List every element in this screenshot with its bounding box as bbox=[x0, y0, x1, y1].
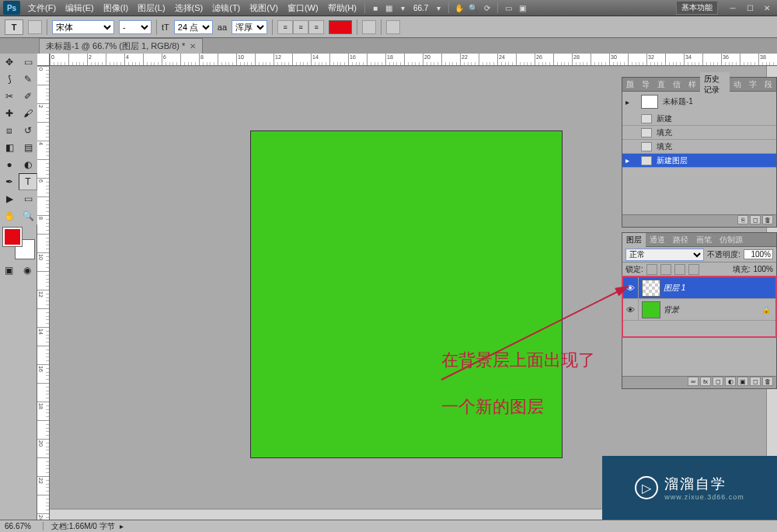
layer-thumb[interactable] bbox=[642, 280, 660, 297]
panel-tab-history[interactable]: 历史记录 bbox=[700, 72, 730, 97]
dodge-tool[interactable]: ◐ bbox=[19, 156, 37, 173]
menu-view[interactable]: 视图(V) bbox=[245, 2, 283, 14]
eraser-tool[interactable]: ◧ bbox=[0, 139, 19, 156]
lock-position-button[interactable] bbox=[674, 264, 685, 275]
marquee-tool[interactable]: ▭ bbox=[19, 54, 37, 71]
layer-name[interactable]: 图层 1 bbox=[664, 283, 775, 294]
panel-tab-paths[interactable]: 路径 bbox=[669, 233, 692, 247]
layer-name[interactable]: 背景 bbox=[664, 304, 761, 315]
new-layer-button[interactable]: ◻ bbox=[750, 377, 761, 386]
create-document-button[interactable]: ⎘ bbox=[737, 215, 748, 224]
new-snapshot-button[interactable]: ◻ bbox=[750, 215, 761, 224]
stamp-tool[interactable]: ⧇ bbox=[0, 122, 19, 139]
align-center-button[interactable]: ≡ bbox=[293, 20, 308, 34]
layer-row[interactable]: 👁 背景 🔒 bbox=[623, 299, 775, 321]
history-snapshot[interactable]: ▸ 未标题-1 bbox=[622, 92, 776, 112]
delete-layer-button[interactable]: 🗑 bbox=[762, 377, 773, 386]
adjustment-layer-button[interactable]: ◐ bbox=[725, 377, 736, 386]
launch-bridge-icon[interactable]: ■ bbox=[368, 2, 382, 13]
panel-tab-layers[interactable]: 图层 bbox=[622, 233, 646, 247]
delete-state-button[interactable]: 🗑 bbox=[762, 215, 773, 224]
panel-tab[interactable]: 段 bbox=[761, 78, 776, 92]
shape-tool[interactable]: ▭ bbox=[19, 190, 37, 207]
panel-tab[interactable]: 信 bbox=[669, 78, 685, 92]
tab-close-icon[interactable]: ✕ bbox=[190, 42, 196, 50]
dropdown-icon[interactable]: ▾ bbox=[396, 2, 410, 13]
menu-help[interactable]: 帮助(H) bbox=[323, 2, 361, 14]
hand-icon[interactable]: ✋ bbox=[452, 2, 466, 13]
layer-thumb[interactable] bbox=[642, 301, 660, 318]
pen-tool[interactable]: ✒ bbox=[0, 173, 19, 190]
screen-mode-icon[interactable]: ▣ bbox=[515, 2, 529, 13]
font-style-select[interactable]: - bbox=[119, 20, 152, 34]
new-group-button[interactable]: ▣ bbox=[737, 377, 748, 386]
panel-tab[interactable]: 颜 bbox=[622, 78, 638, 92]
blur-tool[interactable]: ● bbox=[0, 156, 19, 173]
character-panel-button[interactable] bbox=[386, 20, 400, 34]
panel-tab[interactable]: 样 bbox=[685, 78, 700, 92]
panel-tab[interactable]: 字 bbox=[745, 78, 761, 92]
menu-edit[interactable]: 编辑(E) bbox=[61, 2, 99, 14]
quickmask-mode-button[interactable]: ◉ bbox=[19, 262, 37, 279]
lock-pixels-button[interactable] bbox=[660, 264, 671, 275]
eyedropper-tool[interactable]: ✐ bbox=[19, 88, 37, 105]
chevron-right-icon[interactable]: ▸ bbox=[120, 522, 124, 530]
quick-select-tool[interactable]: ✎ bbox=[19, 71, 37, 88]
hand-tool[interactable]: ✋ bbox=[0, 207, 19, 224]
lasso-tool[interactable]: ⟆ bbox=[0, 71, 19, 88]
path-select-tool[interactable]: ▶ bbox=[0, 190, 19, 207]
history-step[interactable]: 填充 bbox=[622, 140, 776, 154]
add-mask-button[interactable]: ◻ bbox=[713, 377, 723, 386]
status-zoom[interactable]: 66.67% bbox=[0, 522, 44, 530]
workspace-selector[interactable]: 基本功能 bbox=[676, 1, 718, 15]
panel-tab-channels[interactable]: 通道 bbox=[646, 233, 669, 247]
document-tab[interactable]: 未标题-1 @ 66.7% (图层 1, RGB/8) * ✕ bbox=[39, 38, 203, 54]
gradient-tool[interactable]: ▤ bbox=[19, 139, 37, 156]
history-step[interactable]: 新建 bbox=[622, 112, 776, 126]
panel-tab-brushes[interactable]: 画笔 bbox=[692, 233, 716, 247]
current-tool-icon[interactable]: T bbox=[5, 19, 23, 35]
menu-file[interactable]: 文件(F) bbox=[23, 2, 61, 14]
maximize-icon[interactable]: ☐ bbox=[743, 2, 757, 13]
menu-window[interactable]: 窗口(W) bbox=[283, 2, 323, 14]
zoom-tool[interactable]: 🔍 bbox=[19, 207, 37, 224]
ruler-origin[interactable] bbox=[37, 54, 50, 66]
healing-tool[interactable]: ✚ bbox=[0, 105, 19, 122]
opacity-value[interactable]: 100% bbox=[744, 249, 773, 259]
history-brush-tool[interactable]: ↺ bbox=[19, 122, 37, 139]
warp-text-button[interactable] bbox=[362, 20, 376, 34]
lock-transparency-button[interactable] bbox=[646, 264, 657, 275]
minimize-icon[interactable]: ─ bbox=[726, 2, 740, 13]
align-left-button[interactable]: ≡ bbox=[277, 20, 293, 34]
panel-tab-clone[interactable]: 仿制源 bbox=[716, 233, 747, 247]
view-extras-icon[interactable]: ▦ bbox=[382, 2, 396, 13]
history-step[interactable]: ▸ 新建图层 bbox=[622, 154, 776, 168]
rotate-icon[interactable]: ⟳ bbox=[480, 2, 494, 13]
align-right-button[interactable]: ≡ bbox=[308, 20, 324, 34]
panel-tab[interactable]: 导 bbox=[638, 78, 653, 92]
menu-filter[interactable]: 滤镜(T) bbox=[207, 2, 245, 14]
fill-value[interactable]: 100% bbox=[753, 265, 773, 273]
brush-tool[interactable]: 🖌 bbox=[19, 105, 37, 122]
layer-row[interactable]: 👁 图层 1 bbox=[623, 277, 775, 299]
antialias-select[interactable]: 浑厚 bbox=[232, 20, 267, 34]
dropdown-icon[interactable]: ▾ bbox=[431, 2, 445, 13]
layer-style-button[interactable]: fx bbox=[700, 377, 711, 386]
arrange-icon[interactable]: ▭ bbox=[501, 2, 515, 13]
panel-tab[interactable]: 动 bbox=[730, 78, 745, 92]
text-color-swatch[interactable] bbox=[329, 20, 352, 34]
move-tool[interactable]: ✥ bbox=[0, 54, 19, 71]
panel-tab[interactable]: 直 bbox=[653, 78, 669, 92]
close-icon[interactable]: ✕ bbox=[760, 2, 774, 13]
menu-layer[interactable]: 图层(L) bbox=[133, 2, 169, 14]
foreground-color-swatch[interactable] bbox=[3, 228, 22, 246]
standard-mode-button[interactable]: ▣ bbox=[0, 262, 19, 279]
lock-all-button[interactable] bbox=[688, 264, 699, 275]
type-tool[interactable]: T bbox=[19, 173, 37, 190]
blend-mode-select[interactable]: 正常 bbox=[625, 249, 704, 261]
vertical-ruler[interactable]: 0246810121416182022242628 bbox=[37, 66, 50, 520]
zoom-icon[interactable]: 🔍 bbox=[466, 2, 480, 13]
font-size-select[interactable]: 24 点 bbox=[174, 20, 213, 34]
toggle-orientation-icon[interactable] bbox=[28, 20, 42, 34]
crop-tool[interactable]: ✂ bbox=[0, 88, 19, 105]
